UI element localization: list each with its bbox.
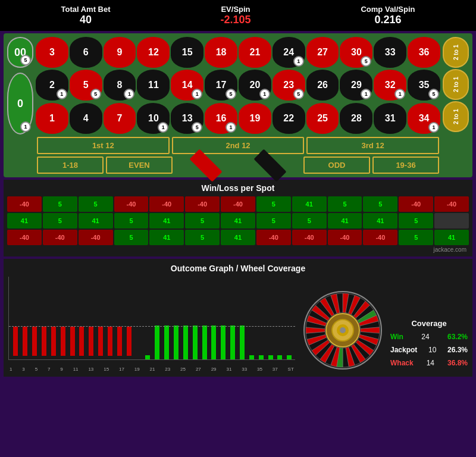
- wl-r1c2: 5: [43, 196, 77, 212]
- comp-val-spin-value: 0.216: [361, 14, 415, 26]
- num-35[interactable]: 355: [408, 70, 440, 101]
- num-20[interactable]: 201: [239, 70, 271, 101]
- even-btn[interactable]: EVEN: [106, 156, 173, 174]
- outcome-body: 60 40 20 0 -20 -40 135791113151719212325…: [8, 277, 468, 372]
- num-29[interactable]: 291: [340, 70, 372, 101]
- chip-16: 1: [226, 122, 236, 133]
- second-dozen-btn[interactable]: 2nd 12: [172, 137, 305, 154]
- num-2[interactable]: 21: [36, 70, 68, 101]
- coverage-jackpot-pct: 26.3%: [447, 346, 468, 354]
- coverage-win-row: Win 24 63.2%: [390, 333, 468, 341]
- num-33[interactable]: 33: [374, 37, 406, 68]
- num-11[interactable]: 11: [137, 70, 170, 101]
- single-zero-cell[interactable]: 0 1: [7, 73, 33, 134]
- num-4[interactable]: 4: [70, 103, 102, 134]
- num-1[interactable]: 1: [36, 103, 68, 134]
- num-13[interactable]: 135: [171, 103, 203, 134]
- num-34[interactable]: 341: [408, 103, 440, 134]
- num-12[interactable]: 12: [137, 37, 170, 68]
- bar-item: [247, 277, 256, 359]
- black-diamond[interactable]: [239, 158, 301, 173]
- num-27[interactable]: 27: [306, 37, 339, 68]
- wl-r1c3: 5: [79, 196, 113, 212]
- wl-r3c4: 5: [114, 230, 149, 245]
- bar-positive: [155, 325, 159, 359]
- num-32[interactable]: 321: [374, 70, 406, 101]
- wl-r1c10: 5: [328, 196, 362, 212]
- wl-r3c12: 5: [399, 230, 433, 245]
- one-eighteen-btn[interactable]: 1-18: [37, 156, 104, 174]
- chip-8: 1: [124, 89, 134, 99]
- third-dozen-btn[interactable]: 3rd 12: [306, 137, 439, 154]
- ev-spin-value: -2.105: [220, 14, 250, 26]
- num-18[interactable]: 18: [205, 37, 237, 68]
- bar-negative: [61, 327, 65, 356]
- zero-column: 00 5 0 1: [7, 37, 33, 134]
- bar-item: [285, 277, 294, 359]
- bar-negative: [98, 327, 103, 356]
- coverage-whack-row: Whack 14 36.8%: [390, 359, 468, 367]
- num-16[interactable]: 161: [205, 103, 237, 134]
- num-19[interactable]: 19: [239, 103, 271, 134]
- bar-item: [228, 277, 237, 359]
- wl-r2c4: 5: [114, 213, 149, 228]
- num-25[interactable]: 25: [306, 103, 339, 134]
- roulette-table: 00 5 0 1 3 6 9 12 15 18 21 241 27 305 33…: [4, 33, 472, 177]
- bar-negative: [127, 327, 131, 356]
- num-8[interactable]: 81: [104, 70, 136, 101]
- zero-line: [9, 326, 295, 327]
- first-dozen-btn[interactable]: 1st 12: [37, 137, 170, 154]
- bar-item: [58, 277, 67, 359]
- chip-34: 1: [428, 122, 439, 133]
- coverage-win-count: 24: [421, 333, 429, 341]
- bar-negative: [117, 327, 122, 356]
- bar-negative: [32, 327, 37, 356]
- ev-spin-label: EV/Spin: [220, 5, 250, 14]
- num-7[interactable]: 7: [104, 103, 136, 134]
- bar-item: [256, 277, 265, 359]
- bar-item: [219, 277, 228, 359]
- wl-r1c1: -40: [7, 196, 42, 212]
- bar-positive: [202, 325, 207, 359]
- outcome-title: Outcome Graph / Wheel Coverage: [8, 264, 468, 273]
- chip-0: 1: [20, 121, 31, 132]
- num-21[interactable]: 21: [239, 37, 271, 68]
- odd-btn[interactable]: ODD: [303, 156, 370, 174]
- wl-r3c1: -40: [7, 230, 42, 245]
- chip-30: 5: [361, 56, 371, 67]
- wl-r2c1: 41: [7, 213, 42, 228]
- wl-r1c6: -40: [185, 196, 220, 212]
- num-3[interactable]: 3: [36, 37, 68, 68]
- num-9[interactable]: 9: [104, 37, 136, 68]
- twotoone-top[interactable]: 2 to 1: [443, 37, 469, 68]
- num-26[interactable]: 26: [306, 70, 339, 101]
- num-23[interactable]: 235: [273, 70, 305, 101]
- chip-35: 5: [428, 89, 439, 99]
- num-14[interactable]: 141: [171, 70, 203, 101]
- x-axis-labels: 135791113151719212325272931333537ST: [8, 367, 295, 372]
- twotoone-bot[interactable]: 2 to 1: [443, 101, 469, 132]
- num-10[interactable]: 101: [137, 103, 170, 134]
- num-28[interactable]: 28: [340, 103, 372, 134]
- bar-item: [96, 277, 105, 359]
- num-36[interactable]: 36: [408, 37, 440, 68]
- double-zero-cell[interactable]: 00 5: [7, 37, 33, 68]
- num-24[interactable]: 241: [273, 37, 305, 68]
- twotoone-mid[interactable]: 2 to 1: [443, 69, 469, 100]
- red-diamond[interactable]: [175, 158, 237, 173]
- roulette-wheel: [301, 289, 384, 372]
- ev-spin: EV/Spin -2.105: [220, 5, 250, 26]
- num-31[interactable]: 31: [374, 103, 406, 134]
- num-6[interactable]: 6: [70, 37, 102, 68]
- bar-item: [275, 277, 284, 359]
- num-15[interactable]: 15: [171, 37, 203, 68]
- num-30[interactable]: 305: [340, 37, 372, 68]
- num-5[interactable]: 55: [70, 70, 102, 101]
- svg-point-4: [340, 327, 346, 333]
- nineteen-thirtysix-btn[interactable]: 19-36: [372, 156, 439, 174]
- wl-r3c5: 41: [149, 230, 184, 245]
- wl-r1c8: 5: [256, 196, 291, 212]
- num-22[interactable]: 22: [273, 103, 305, 134]
- bar-positive: [183, 325, 188, 359]
- num-17[interactable]: 175: [205, 70, 237, 101]
